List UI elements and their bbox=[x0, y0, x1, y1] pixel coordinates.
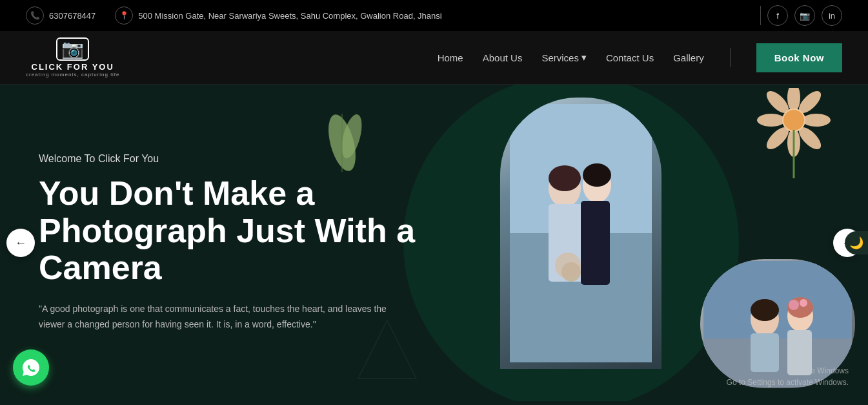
svg-point-23 bbox=[783, 110, 804, 130]
nav-home[interactable]: Home bbox=[438, 52, 463, 63]
couple-photo-1 bbox=[500, 98, 661, 369]
nav-contact[interactable]: Contact Us bbox=[606, 52, 654, 63]
top-bar-divider bbox=[760, 6, 761, 25]
nav-gallery[interactable]: Gallery bbox=[673, 52, 704, 63]
book-now-button[interactable]: Book Now bbox=[756, 43, 842, 72]
svg-rect-9 bbox=[581, 201, 610, 285]
prev-slide-button[interactable]: ← bbox=[6, 229, 35, 257]
leaf-decoration bbox=[316, 107, 368, 178]
hero-quote: "A good photograph is one that communica… bbox=[39, 302, 387, 333]
svg-point-11 bbox=[549, 165, 581, 191]
camera-icon: 📷 bbox=[56, 37, 89, 61]
hero-title: You Don't Make a Photograph Just With a … bbox=[39, 175, 439, 286]
top-bar-left: 📞 6307678447 📍 500 Mission Gate, Near Sa… bbox=[26, 6, 442, 25]
dark-mode-toggle[interactable]: 🌙 bbox=[845, 231, 868, 254]
flower-decoration bbox=[752, 88, 836, 181]
nav-services[interactable]: Services ▾ bbox=[541, 52, 587, 63]
logo-subtitle: creating moments, capturing life bbox=[26, 72, 119, 78]
svg-point-33 bbox=[751, 299, 779, 321]
nav-divider bbox=[730, 48, 731, 67]
windows-watermark: Activate Windows Go to Settings to activ… bbox=[727, 365, 849, 388]
svg-point-10 bbox=[583, 163, 611, 187]
phone-number: 6307678447 bbox=[49, 11, 96, 21]
hero-welcome-text: Welcome To Click For You bbox=[39, 153, 439, 165]
phone-contact: 📞 6307678447 bbox=[26, 6, 96, 25]
nav-about[interactable]: About Us bbox=[483, 52, 523, 63]
header: 📷 CLICK FOR YOU creating moments, captur… bbox=[0, 31, 868, 85]
hero-content: Welcome To Click For You You Don't Make … bbox=[39, 153, 439, 332]
address-contact: 📍 500 Mission Gate, Near Sarwariya Sweet… bbox=[115, 6, 441, 25]
svg-point-34 bbox=[789, 300, 799, 310]
logo[interactable]: 📷 CLICK FOR YOU creating moments, captur… bbox=[26, 37, 119, 78]
logo-title: CLICK FOR YOU bbox=[32, 62, 114, 72]
phone-icon: 📞 bbox=[26, 6, 44, 25]
svg-point-35 bbox=[800, 299, 807, 307]
linkedin-icon[interactable]: in bbox=[822, 5, 842, 26]
svg-point-15 bbox=[787, 88, 800, 112]
whatsapp-button[interactable] bbox=[13, 349, 49, 386]
top-bar: 📞 6307678447 📍 500 Mission Gate, Near Sa… bbox=[0, 0, 868, 31]
svg-point-17 bbox=[757, 114, 785, 127]
main-nav: Home About Us Services ▾ Contact Us Gall… bbox=[438, 43, 842, 72]
hero-section: Welcome To Click For You You Don't Make … bbox=[0, 85, 868, 401]
instagram-icon[interactable]: 📷 bbox=[794, 5, 815, 26]
svg-rect-26 bbox=[703, 261, 852, 338]
windows-line1: Activate Windows bbox=[727, 365, 849, 377]
windows-line2: Go to Settings to activate Windows. bbox=[727, 377, 849, 388]
hero-images bbox=[481, 85, 868, 401]
top-bar-right: f 📷 in bbox=[760, 5, 842, 26]
location-icon: 📍 bbox=[115, 6, 133, 25]
address-text: 500 Mission Gate, Near Sarwariya Sweets,… bbox=[138, 11, 441, 21]
wedding-photo-main bbox=[500, 98, 661, 369]
svg-point-13 bbox=[561, 262, 581, 282]
facebook-icon[interactable]: f bbox=[767, 5, 788, 26]
svg-point-18 bbox=[802, 114, 831, 127]
chevron-down-icon: ▾ bbox=[581, 52, 587, 63]
